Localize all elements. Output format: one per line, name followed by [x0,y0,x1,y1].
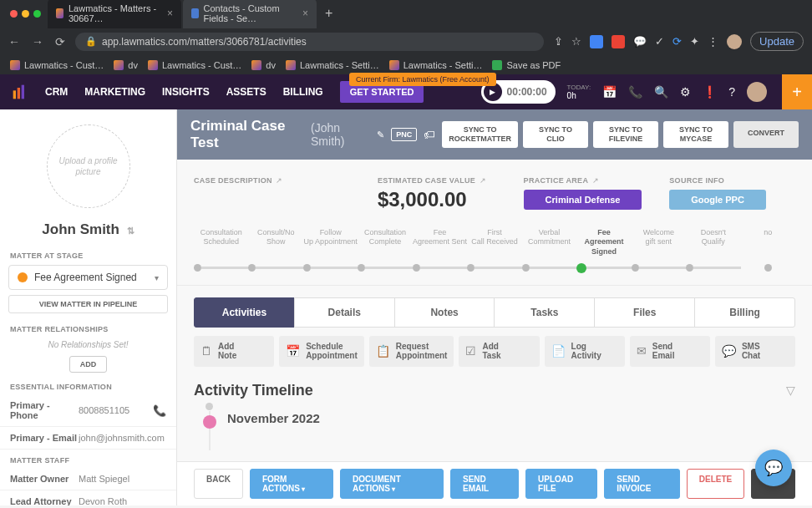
profile-picture-upload[interactable]: Upload a profile picture [47,124,130,208]
add-relationship-button[interactable]: ADD [69,356,108,373]
nav-insights[interactable]: INSIGHTS [162,86,210,98]
bookmark[interactable]: Save as PDF [492,60,561,70]
footer-button[interactable]: SEND EMAIL [450,469,519,499]
stage-label[interactable]: Welcomegift sent [632,228,686,257]
footer-button[interactable]: SEND INVOICE [604,469,679,499]
help-fab[interactable]: 💬 [755,450,792,486]
edit-icon[interactable]: ✎ [377,130,384,140]
link-icon[interactable]: ↗ [592,176,599,185]
extensions-icon[interactable]: ✦ [690,35,699,48]
stage-dot[interactable] [467,264,475,272]
url-field[interactable]: 🔒 app.lawmatics.com/matters/3066781/acti… [75,33,544,51]
action-button[interactable]: ✉SendEmail [630,336,710,367]
stage-select[interactable]: Fee Agreement Signed ▾ [8,265,168,290]
stage-dot[interactable] [522,264,530,272]
update-button[interactable]: Update [750,32,804,51]
star-icon[interactable]: ☆ [571,35,581,48]
forward-button[interactable]: → [32,35,43,48]
filter-icon[interactable]: ▽ [786,384,795,397]
stage-label[interactable]: FollowUp Appointment [303,228,358,257]
ext-icon[interactable]: 💬 [633,35,647,48]
stage-label[interactable]: FeeAgreement Sent [413,228,467,257]
convert-button[interactable]: CONVERT [733,121,799,148]
sync-button[interactable]: SYNC TOCLIO [523,121,588,148]
stage-label[interactable]: VerbalCommitment [522,228,576,257]
action-button[interactable]: ☑AddTask [459,336,539,367]
footer-button[interactable]: FORM ACTIONS [250,469,333,499]
tag-icon[interactable]: 🏷 [424,128,435,141]
bookmark[interactable]: dv [251,60,276,70]
stage-label[interactable]: ConsultationComplete [358,228,412,257]
ext-icon[interactable] [612,35,625,48]
bookmark[interactable]: Lawmatics - Cust… [10,60,104,70]
footer-button[interactable]: UPLOAD FILE [525,469,597,499]
ext-icon[interactable]: ✓ [655,35,664,48]
stage-label[interactable]: FeeAgreement Signed [576,228,631,257]
sync-button[interactable]: SYNC TOROCKETMATTER [442,121,518,148]
bookmark[interactable]: Lawmatics - Setti… [286,60,379,70]
stage-label[interactable]: FirstCall Received [467,228,521,257]
bookmark[interactable]: Lawmatics - Cust… [148,60,241,70]
stage-label[interactable]: Consult/NoShow [248,228,302,257]
stage-dot[interactable] [303,264,311,272]
action-button[interactable]: 📄LogActivity [545,336,625,367]
phone-icon[interactable]: 📞 [628,85,642,99]
swap-icon[interactable]: ⇅ [127,226,134,236]
footer-button[interactable]: DELETE [687,469,744,499]
call-icon[interactable]: 📞 [153,404,166,417]
bookmark[interactable]: Lawmatics - Setti… [389,60,483,70]
add-button[interactable]: + [782,74,812,109]
tab-tasks[interactable]: Tasks [494,297,595,328]
tab-details[interactable]: Details [294,297,395,328]
stage-dot[interactable] [413,264,420,272]
browser-tab-1[interactable]: Lawmatics - Matters - 30667… × [48,0,181,28]
stage-label[interactable]: Doesn'tQualify [686,228,740,257]
view-pipeline-button[interactable]: VIEW MATTER IN PIPELINE [8,295,168,313]
nav-billing[interactable]: BILLING [283,86,323,98]
link-icon[interactable]: ↗ [276,176,282,185]
action-button[interactable]: 💬SMSChat [715,336,795,367]
tab-files[interactable]: Files [594,297,695,328]
browser-tab-2[interactable]: Contacts - Custom Fields - Se… × [183,0,317,28]
sync-button[interactable]: SYNC TOMYCASE [663,121,728,148]
action-button[interactable]: 🗒AddNote [194,336,274,367]
stage-label[interactable]: no [741,228,795,257]
practice-area-pill[interactable]: Criminal Defense [524,190,642,210]
stage-dot[interactable] [632,264,639,272]
nav-marketing[interactable]: MARKETING [84,86,145,98]
action-button[interactable]: 📅ScheduleAppointment [279,336,364,367]
stage-dot[interactable] [194,264,201,272]
alert-icon[interactable]: ❗ [703,85,717,99]
footer-button[interactable]: DOCUMENT ACTIONS [340,469,444,499]
calendar-icon[interactable]: 📅 [602,85,617,99]
help-icon[interactable]: ? [728,85,735,99]
tab-activities[interactable]: Activities [194,297,295,328]
logo[interactable] [12,84,28,100]
new-tab-button[interactable]: + [318,6,339,21]
sync-button[interactable]: SYNC TOFILEVINE [593,121,658,148]
close-icon[interactable]: × [167,8,173,19]
footer-button[interactable]: BACK [194,469,243,499]
search-icon[interactable]: 🔍 [654,85,668,99]
stage-dot[interactable] [576,263,586,273]
user-avatar[interactable] [747,82,767,102]
nav-crm[interactable]: CRM [45,86,68,98]
back-button[interactable]: ← [8,35,20,48]
source-info-pill[interactable]: Google PPC [669,190,766,210]
reload-button[interactable]: ⟳ [55,35,65,48]
ext-icon[interactable] [590,35,603,48]
stage-dot[interactable] [764,264,772,272]
tab-notes[interactable]: Notes [394,297,495,328]
ext-icon[interactable]: ⟳ [672,35,682,48]
nav-assets[interactable]: ASSETS [226,86,266,98]
share-icon[interactable]: ⇪ [554,35,563,48]
stage-dot[interactable] [358,264,365,272]
close-icon[interactable]: × [302,8,308,19]
stage-dot[interactable] [686,264,693,272]
tab-billing[interactable]: Billing [694,297,795,328]
link-icon[interactable]: ↗ [480,176,486,185]
stage-label[interactable]: ConsultationScheduled [194,228,248,257]
profile-avatar[interactable] [727,34,742,49]
menu-icon[interactable]: ⋮ [708,35,718,48]
gear-icon[interactable]: ⚙ [680,85,691,99]
